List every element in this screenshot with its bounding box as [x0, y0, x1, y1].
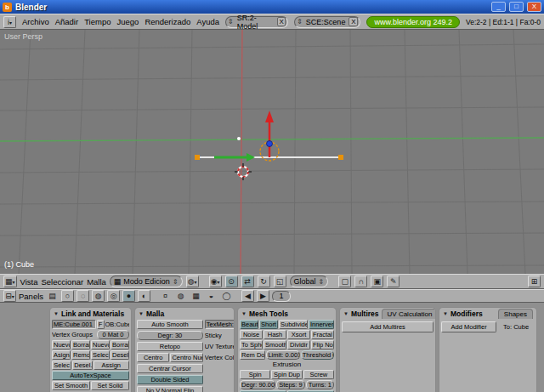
next-frame-button[interactable]: ▶: [257, 290, 269, 302]
manipulator-toggle[interactable]: ⊙: [225, 276, 238, 287]
spin-button[interactable]: Spin: [240, 370, 270, 379]
smooth-button[interactable]: Smooth: [264, 340, 286, 349]
gizmo-red-arrow[interactable]: [265, 111, 274, 122]
menu-anadir[interactable]: Añadir: [55, 17, 78, 26]
info-menu-button[interactable]: i▾: [3, 16, 16, 28]
orientation-select[interactable]: Global ⇕: [290, 276, 329, 287]
panel-title[interactable]: Modifiers: [450, 310, 483, 318]
context-editing-button[interactable]: ●: [122, 290, 135, 302]
set-solid-button[interactable]: Set Solid: [91, 381, 129, 390]
sub-world-button[interactable]: ◯: [220, 290, 233, 302]
mode-select[interactable]: ▦ Modo Edicion ⇕: [110, 276, 183, 287]
sub-material-button[interactable]: ◍: [174, 290, 187, 302]
panel-title[interactable]: Malla: [146, 310, 164, 318]
short-toggle[interactable]: Short: [259, 320, 278, 329]
pivot-select[interactable]: ◉▾: [209, 276, 222, 287]
auto-smooth-toggle[interactable]: Auto Smooth: [137, 320, 203, 329]
collapse-icon[interactable]: ▼: [139, 311, 144, 316]
mesh-name-field[interactable]: ME:Cube.001: [52, 320, 96, 329]
gizmo-blue-dot[interactable]: [267, 141, 273, 147]
threshold-number-field[interactable]: Threshold 0.010: [301, 350, 334, 360]
occlude-geometry-toggle[interactable]: ▢: [338, 276, 351, 287]
material-delete-button[interactable]: Borrar: [110, 340, 129, 349]
material-deselect-button[interactable]: Deselect: [110, 350, 129, 360]
frame-number-field[interactable]: 1: [272, 291, 291, 302]
centre-cursor-button[interactable]: Centrar Cursor: [137, 364, 203, 373]
fractal-button[interactable]: Fractal: [311, 330, 334, 339]
context-scene-button[interactable]: ◐: [138, 290, 150, 302]
material-select-button[interactable]: Selec: [91, 350, 110, 360]
collapse-icon[interactable]: ▼: [343, 311, 348, 316]
panel-title[interactable]: Link and Materials: [61, 310, 124, 318]
prev-frame-button[interactable]: ◀: [241, 290, 254, 302]
material-new-button[interactable]: Nuevo: [91, 340, 110, 349]
retopo-toggle[interactable]: Retopo: [137, 342, 203, 351]
double-sided-toggle[interactable]: Double Sided: [137, 375, 203, 384]
layers-button[interactable]: ⊞: [528, 276, 541, 287]
add-multires-button[interactable]: Add Multires: [342, 321, 434, 332]
vgroup-assign-button[interactable]: Asignar: [52, 350, 71, 360]
screen-unlink-button[interactable]: X: [277, 17, 286, 26]
viewport-3d[interactable]: User Persp (1) Cube: [0, 30, 544, 274]
set-smooth-button[interactable]: Set Smooth: [52, 381, 90, 390]
close-button[interactable]: X: [527, 2, 541, 12]
menu-juego[interactable]: Juego: [116, 17, 139, 26]
menu-vista[interactable]: Vista: [20, 277, 38, 287]
limit-number-field[interactable]: Limit: 0.001: [266, 350, 299, 360]
proportional-edit-button[interactable]: ✎: [387, 276, 400, 287]
editor-type-button[interactable]: ▦▾: [3, 276, 17, 287]
collapse-icon[interactable]: ▼: [54, 311, 59, 316]
screw-button[interactable]: Screw: [303, 370, 334, 379]
flip-normals-button[interactable]: Flip Norm: [311, 340, 334, 349]
sub-radiosity-button[interactable]: ◒: [205, 290, 218, 302]
spin-dup-button[interactable]: Spin Dup: [271, 370, 302, 379]
minimize-button[interactable]: _: [491, 2, 506, 12]
menu-malla[interactable]: Malla: [87, 277, 106, 287]
steps-field[interactable]: Steps: 9: [276, 380, 304, 389]
viewport-canvas[interactable]: [0, 30, 544, 274]
add-modifier-button[interactable]: Add Modifier: [441, 321, 496, 332]
render-preview-button[interactable]: ▣: [371, 276, 383, 287]
tab-uv-calculation[interactable]: UV Calculation: [382, 309, 436, 319]
manipulator-translate-toggle[interactable]: ⇄: [241, 276, 254, 287]
collapse-icon[interactable]: ▼: [443, 311, 448, 316]
degr-spin-field[interactable]: Degr: 90.00: [240, 380, 275, 389]
sub-lamp-button[interactable]: ¤: [159, 290, 172, 302]
manipulator-scale-toggle[interactable]: ◱: [274, 276, 286, 287]
vgroup-select-button[interactable]: Selec: [52, 361, 71, 370]
context-script-button[interactable]: ◌: [76, 290, 89, 302]
tab-shapes[interactable]: Shapes: [498, 309, 533, 319]
degr-number-field[interactable]: Degr: 30: [137, 331, 203, 340]
xsort-button[interactable]: Xsort: [287, 330, 310, 339]
centre-button[interactable]: Centro: [137, 353, 169, 362]
panel-title[interactable]: Mesh Tools: [249, 310, 288, 318]
sub-texture-button[interactable]: ▦: [190, 290, 202, 302]
snap-toggle[interactable]: ∩: [354, 276, 367, 287]
vgroup-new-button[interactable]: Nuevo: [52, 340, 71, 349]
context-shading-button[interactable]: ◍: [92, 290, 105, 302]
menu-ayuda[interactable]: Ayuda: [196, 17, 219, 26]
vgroup-remove-button[interactable]: Remove: [71, 350, 90, 360]
menu-renderizado[interactable]: Renderizado: [144, 17, 190, 26]
gizmo-green-arrow[interactable]: [246, 153, 255, 162]
panels-house-button[interactable]: ▤: [46, 290, 59, 302]
context-object-button[interactable]: ◎: [107, 290, 120, 302]
screen-selector[interactable]: ⇕ SR:2-Model X: [225, 16, 288, 28]
scene-selector[interactable]: ⇕ SCE:Scene X: [294, 16, 360, 28]
collapse-icon[interactable]: ▼: [241, 311, 246, 316]
gizmo-endpoint-left[interactable]: [195, 155, 200, 160]
context-logic-button[interactable]: ○: [61, 290, 74, 302]
centre-new-button[interactable]: Centro Nuevo: [170, 353, 202, 362]
subdivide-button[interactable]: Subdivide: [279, 320, 308, 329]
gizmo-endpoint-right[interactable]: [338, 155, 343, 160]
shading-select[interactable]: ◍▾: [186, 276, 199, 287]
innervert-toggle[interactable]: Innervert: [309, 320, 334, 329]
split-button[interactable]: Dividir: [287, 340, 310, 349]
maximize-button[interactable]: □: [509, 2, 524, 12]
material-counter[interactable]: 0 Mat 0: [97, 330, 129, 339]
manipulator-rotate-toggle[interactable]: ↻: [258, 276, 270, 287]
titlebar[interactable]: b Blender _ □ X: [0, 0, 544, 14]
material-assign-button[interactable]: Assign: [94, 361, 130, 370]
panels-menu[interactable]: Panels: [19, 292, 43, 301]
rem-doubles-button[interactable]: Rem Dob: [240, 350, 265, 360]
